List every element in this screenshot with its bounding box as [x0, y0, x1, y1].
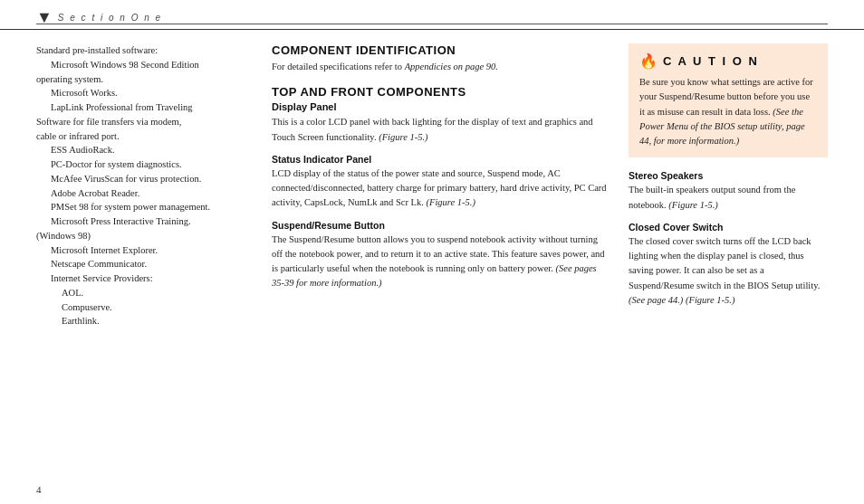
software-item-13: AOL.: [36, 288, 83, 298]
caution-header: 🔥 C A U T I O N: [639, 52, 817, 70]
software-item-1: Microsoft Windows 98 Second Editionopera…: [36, 60, 199, 84]
closed-cover-body: The closed cover switch turns off the LC…: [629, 236, 820, 290]
stereo-fig: (Figure 1-5.): [668, 200, 717, 210]
main-content: Standard pre-installed software: Microso…: [36, 34, 828, 477]
software-item-11: Netscape Communicator.: [36, 259, 147, 269]
display-panel-body: This is a color LCD panel with back ligh…: [272, 117, 593, 141]
component-desc-italic: Appendicies on page 90.: [405, 62, 498, 71]
software-item-5: PC-Doctor for system diagnostics.: [36, 159, 182, 169]
closed-cover-subtitle: Closed Cover Switch: [629, 222, 828, 233]
suspend-text: The Suspend/Resume button allows you to …: [272, 233, 610, 291]
left-column: Standard pre-installed software: Microso…: [36, 34, 254, 477]
software-item-3: LapLink Professional from TravelingSoftw…: [36, 102, 193, 141]
page-header: ▼ S e c t i o n O n e: [0, 9, 864, 30]
software-item-9: Microsoft Press Interactive Training.(Wi…: [36, 216, 191, 241]
software-list: Standard pre-installed software: Microso…: [36, 43, 254, 328]
closed-cover-italic: (See page 44.): [629, 295, 686, 305]
right-column: 🔥 C A U T I O N Be sure you know what se…: [629, 34, 828, 477]
caution-title: C A U T I O N: [663, 54, 759, 68]
software-item-6: McAfee VirusScan for virus protection.: [36, 174, 201, 184]
closed-cover-fig: (Figure 1-5.): [686, 295, 734, 305]
stereo-text: The built-in speakers output sound from …: [629, 183, 828, 213]
software-item-2: Microsoft Works.: [36, 88, 118, 98]
software-intro: Standard pre-installed software:: [36, 45, 158, 55]
suspend-subtitle: Suspend/Resume Button: [272, 220, 610, 231]
page-number: 4: [36, 484, 42, 495]
software-item-4: ESS AudioRack.: [36, 145, 115, 155]
middle-column: COMPONENT IDENTIFICATION For detailed sp…: [272, 34, 610, 477]
display-panel-text: This is a color LCD panel with back ligh…: [272, 115, 610, 145]
software-item-10: Microsoft Internet Explorer.: [36, 245, 158, 255]
display-panel-subtitle: Display Panel: [272, 101, 610, 112]
software-item-12: Internet Service Providers:: [36, 273, 153, 283]
software-item-8: PMSet 98 for system power management.: [36, 202, 210, 212]
component-identification-title: COMPONENT IDENTIFICATION: [272, 43, 610, 57]
caution-icon: 🔥: [639, 52, 658, 70]
status-fig: (Figure 1-5.): [427, 197, 475, 207]
stereo-speakers-subtitle: Stereo Speakers: [629, 170, 828, 181]
status-panel-text: LCD display of the status of the power s…: [272, 166, 610, 211]
software-item-7: Adobe Acrobat Reader.: [36, 188, 139, 198]
caution-body: Be sure you know what settings are activ…: [639, 75, 817, 148]
component-identification-desc: For detailed specifications refer to App…: [272, 60, 610, 74]
software-item-15: Earthlink.: [36, 316, 100, 326]
section-label: S e c t i o n O n e: [58, 13, 162, 23]
header-divider: [36, 24, 828, 24]
component-desc-text: For detailed specifications refer to: [272, 62, 405, 71]
closed-cover-text: The closed cover switch turns off the LC…: [629, 234, 828, 308]
top-front-title: TOP AND FRONT COMPONENTS: [272, 85, 610, 99]
status-panel-subtitle: Status Indicator Panel: [272, 154, 610, 165]
display-panel-fig: (Figure 1-5.): [379, 132, 427, 142]
caution-box: 🔥 C A U T I O N Be sure you know what se…: [629, 43, 828, 157]
software-item-14: Compuserve.: [36, 302, 112, 312]
